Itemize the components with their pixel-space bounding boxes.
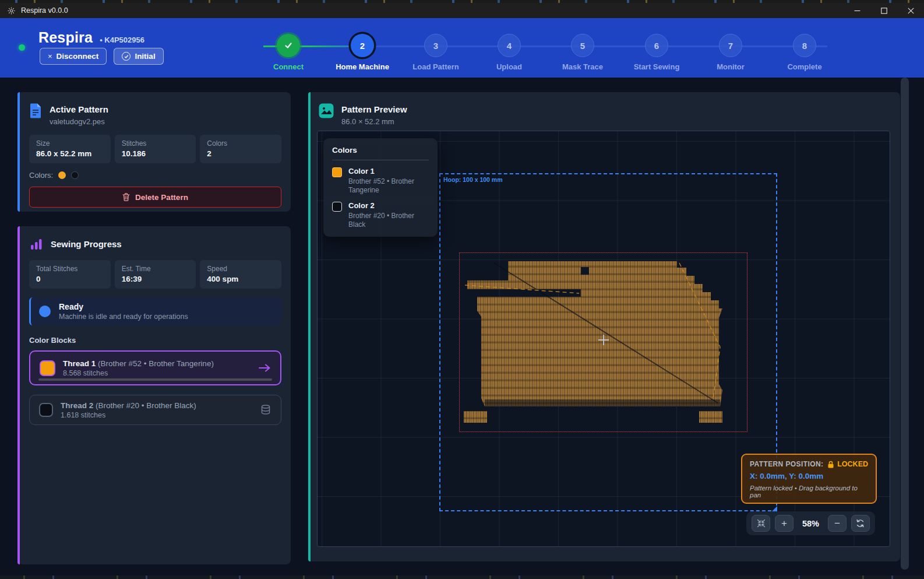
legend-swatch-2 <box>332 202 342 212</box>
hoop-corner-marker <box>772 506 777 511</box>
legend-swatch-1 <box>332 167 342 177</box>
stat-est-time: Est. Time 16:39 <box>115 260 196 289</box>
step-start-sewing[interactable]: 6 Start Sewing <box>619 34 694 71</box>
thread-1-progress-bar <box>38 378 272 381</box>
zoom-out-button[interactable]: − <box>828 515 847 532</box>
preview-canvas[interactable]: Hoop: 100 x 100 mm <box>317 131 890 547</box>
pattern-position-hint: Pattern locked • Drag background to pan <box>750 485 868 499</box>
app-window: Respira v0.0.0 Respira • K4P502956 × Dis… <box>0 0 924 579</box>
minus-icon: − <box>834 518 840 529</box>
refresh-arrows-icon <box>856 519 865 528</box>
app-icon <box>7 6 16 15</box>
arrow-right-icon <box>258 363 271 373</box>
check-icon <box>284 41 293 50</box>
legend-item-color-1: Color 1 Brother #52 • Brother Tangerine <box>332 167 429 195</box>
trash-icon <box>122 193 130 201</box>
title-bar: Respira v0.0.0 <box>0 3 924 18</box>
zoom-toolbar: + 58% − <box>746 511 875 535</box>
background-window-sliver-bottom <box>0 576 924 579</box>
thread-1-name: Thread 1 <box>63 359 96 368</box>
legend-name-2: Color 2 <box>348 201 424 210</box>
hoop-label: Hoop: 100 x 100 mm <box>443 176 503 183</box>
workflow-stepper: Connect 2 Home Machine 3 Load Pattern 4 … <box>0 18 924 78</box>
stat-total-stitches: Total Stitches 0 <box>29 260 111 289</box>
step-complete[interactable]: 8 Complete <box>767 34 842 71</box>
window-title: Respira v0.0.0 <box>21 6 68 15</box>
zoom-in-button[interactable]: + <box>775 515 793 532</box>
minimize-button[interactable] <box>844 3 870 18</box>
colors-legend-panel: Colors Color 1 Brother #52 • Brother Tan… <box>323 138 438 237</box>
sewing-progress-card: Sewing Progress Total Stitches 0 Est. Ti… <box>17 226 291 564</box>
colors-label: Colors: <box>29 171 53 180</box>
bar-chart-icon <box>29 237 43 251</box>
pattern-filename: valetudogv2.pes <box>50 117 108 126</box>
pattern-position-label: PATTERN POSITION: <box>750 460 823 468</box>
delete-pattern-button[interactable]: Delete Pattern <box>29 187 281 208</box>
thread-2-name: Thread 2 <box>61 401 93 410</box>
lock-icon <box>827 461 834 468</box>
legend-detail-2: Brother #20 • Brother Black <box>348 212 424 229</box>
vertical-scrollbar[interactable] <box>901 78 909 570</box>
color-blocks-label: Color Blocks <box>29 336 281 345</box>
sewing-progress-title: Sewing Progress <box>51 237 122 249</box>
main-content: Active Pattern valetudogv2.pes Size 86.0… <box>0 78 924 576</box>
delete-pattern-label: Delete Pattern <box>135 193 188 202</box>
database-stack-icon <box>260 404 271 416</box>
step-connect-circle <box>277 34 300 57</box>
step-home-machine[interactable]: 2 Home Machine <box>325 34 400 71</box>
thread-block-2[interactable]: Thread 2 (Brother #20 • Brother Black) 1… <box>29 395 281 425</box>
legend-item-color-2: Color 2 Brother #20 • Brother Black <box>332 201 429 229</box>
step-mask-trace[interactable]: 5 Mask Trace <box>545 34 620 71</box>
stat-size: Size 86.0 x 52.2 mm <box>29 135 111 163</box>
status-detail: Machine is idle and ready for operations <box>59 313 188 321</box>
app-header: Respira • K4P502956 × Disconnect Initial <box>0 18 924 78</box>
clock-icon <box>38 304 52 318</box>
plus-icon: + <box>781 518 787 529</box>
document-icon <box>29 103 42 119</box>
thread-1-stitches: 8.568 stitches <box>63 369 214 377</box>
colors-legend-title: Colors <box>332 146 429 160</box>
legend-name-1: Color 1 <box>348 167 424 176</box>
active-pattern-card: Active Pattern valetudogv2.pes Size 86.0… <box>17 92 291 212</box>
arrows-inward-icon <box>757 519 766 528</box>
stat-speed: Speed 400 spm <box>200 260 281 289</box>
image-icon <box>319 103 334 118</box>
stat-colors: Colors 2 <box>200 135 281 163</box>
stat-stitches: Stitches 10.186 <box>115 135 196 163</box>
reset-view-button[interactable] <box>851 515 870 532</box>
step-monitor[interactable]: 7 Monitor <box>693 34 768 71</box>
legend-detail-1: Brother #52 • Brother Tangerine <box>348 177 424 195</box>
pattern-coordinates: X: 0.0mm, Y: 0.0mm <box>750 472 868 480</box>
zoom-level: 58% <box>798 519 823 528</box>
preview-dimensions: 86.0 × 52.2 mm <box>341 117 407 126</box>
color-dot-black <box>71 171 79 179</box>
fit-to-view-button[interactable] <box>752 515 770 532</box>
thread-1-swatch <box>40 360 55 376</box>
step-load-pattern[interactable]: 3 Load Pattern <box>398 34 474 71</box>
thread-2-stitches: 1.618 stitches <box>61 411 196 419</box>
close-button[interactable] <box>897 3 924 18</box>
active-pattern-title: Active Pattern <box>50 103 108 114</box>
pattern-position-overlay: PATTERN POSITION: LOCKED X: 0.0mm, Y: 0.… <box>741 454 877 504</box>
locked-badge: LOCKED <box>837 460 868 468</box>
thread-2-swatch <box>39 403 53 417</box>
step-upload[interactable]: 4 Upload <box>471 34 547 71</box>
machine-status-banner: Ready Machine is idle and ready for oper… <box>29 297 281 325</box>
thread-1-detail: (Brother #52 • Brother Tangerine) <box>98 359 214 368</box>
preview-title: Pattern Preview <box>341 103 407 114</box>
thread-2-detail: (Brother #20 • Brother Black) <box>96 401 196 410</box>
color-dot-orange <box>58 171 66 179</box>
step-connect[interactable]: Connect <box>251 34 326 71</box>
status-title: Ready <box>59 302 188 311</box>
thread-block-1[interactable]: Thread 1 (Brother #52 • Brother Tangerin… <box>29 350 281 385</box>
maximize-button[interactable] <box>870 3 897 18</box>
pattern-preview-card: Pattern Preview 86.0 × 52.2 mm Hoop: 100… <box>308 92 900 562</box>
